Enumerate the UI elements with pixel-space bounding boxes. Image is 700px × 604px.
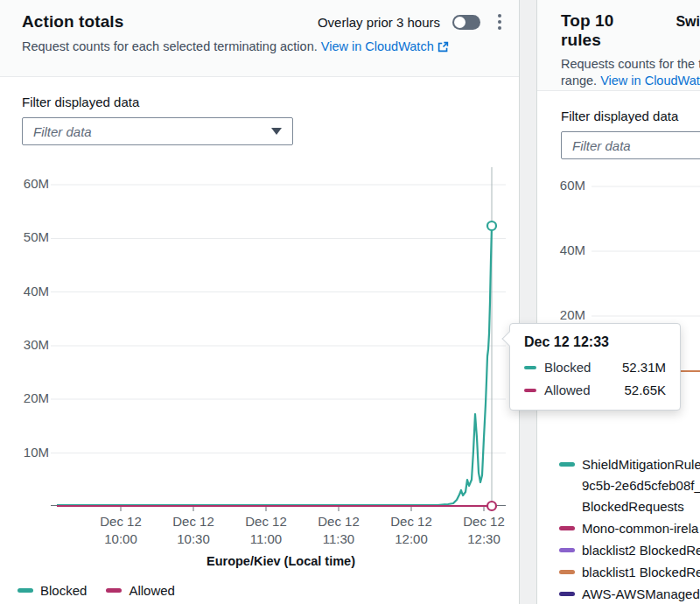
- legend-item-blacklist1[interactable]: blacklist1 BlockedRe: [559, 562, 700, 583]
- allowed-legend-dash: [106, 588, 122, 593]
- y-axis-tick: 60M: [0, 176, 49, 191]
- y-axis-tick: 40M: [0, 284, 49, 298]
- x-axis-tick: Dec 12 12:30: [449, 513, 506, 549]
- action-totals-chart[interactable]: 60M 50M 40M 30M 20M 10M Dec 12 10:00 Dec…: [0, 162, 506, 578]
- y-axis-tick: 50M: [0, 229, 49, 244]
- legend-item-blacklist2[interactable]: blacklist2 BlockedRe: [559, 540, 700, 561]
- overlay-toggle[interactable]: [452, 15, 480, 30]
- filter-placeholder: Filter data: [572, 138, 631, 153]
- series-dash: [559, 592, 575, 596]
- allowed-dash: [524, 389, 536, 392]
- filter-data-select[interactable]: Filter data: [22, 117, 293, 145]
- view-in-cloudwatch-link[interactable]: View in CloudWatch: [600, 74, 700, 88]
- y-axis-tick: 20M: [537, 307, 585, 322]
- filter-placeholder: Filter data: [33, 124, 92, 139]
- legend-item-aws-managed[interactable]: AWS-AWSManagedR: [559, 584, 700, 604]
- view-in-cloudwatch-link[interactable]: View in CloudWatch: [321, 39, 434, 53]
- y-axis-tick: 40M: [537, 242, 585, 257]
- y-axis-tick: 20M: [0, 390, 49, 405]
- series-dash: [559, 526, 575, 530]
- legend-item-shieldmitigationrule[interactable]: ShieldMitigationRule 9c5b-2e6d5cfeb08f_ …: [559, 454, 700, 517]
- chart-legend: Blocked Allowed: [18, 583, 175, 598]
- legend-item-allowed[interactable]: Allowed: [106, 583, 175, 598]
- filter-group: Filter displayed data Filter data: [561, 109, 700, 159]
- x-axis-tick: Dec 12 10:00: [86, 513, 156, 549]
- y-axis-tick: 10M: [0, 445, 49, 460]
- kebab-menu-icon[interactable]: [493, 11, 507, 32]
- chart-tooltip: Dec 12 12:33 Blocked 52.31M Allowed 52.6…: [509, 323, 681, 411]
- tooltip-row-blocked: Blocked 52.31M: [524, 360, 666, 375]
- legend-item-mono-common[interactable]: Mono-common-irela: [559, 518, 700, 539]
- x-axis-tick: Dec 12 12:00: [376, 513, 446, 549]
- x-axis-tick: Dec 12 11:00: [231, 513, 301, 549]
- panel-description: Requests counts for the ter range. View …: [561, 56, 700, 89]
- toggle-knob: [454, 17, 466, 28]
- top-10-rules-panel: Top 10 rules Swi Requests counts for the…: [536, 0, 700, 604]
- top-10-rules-header: Top 10 rules Swi Requests counts for the…: [537, 0, 700, 91]
- series-dash: [559, 570, 575, 574]
- allowed-hover-marker: [487, 502, 496, 510]
- page-title: Action totals: [22, 12, 123, 32]
- blocked-legend-dash: [18, 588, 33, 593]
- blocked-dash: [524, 366, 536, 369]
- action-totals-header: Action totals Overlay prior 3 hours Requ…: [0, 0, 519, 77]
- overlay-toggle-label: Overlay prior 3 hours: [318, 15, 440, 30]
- filter-group: Filter displayed data Filter data: [22, 95, 293, 145]
- filter-data-select[interactable]: Filter data: [561, 131, 700, 159]
- x-axis-title: Europe/Kiev (Local time): [0, 554, 506, 568]
- filter-label: Filter displayed data: [561, 109, 700, 123]
- y-axis-tick: 30M: [0, 337, 49, 352]
- chevron-down-icon: [271, 128, 282, 135]
- panel-description: Request counts for each selected termina…: [22, 39, 507, 55]
- tooltip-value: 52.31M: [622, 360, 666, 375]
- blocked-hover-marker: [487, 221, 496, 230]
- tooltip-row-allowed: Allowed 52.65K: [524, 383, 666, 397]
- rules-legend: ShieldMitigationRule 9c5b-2e6d5cfeb08f_ …: [559, 454, 700, 604]
- x-axis-tick: Dec 12 10:30: [158, 513, 228, 549]
- series-dash: [559, 548, 575, 552]
- filter-label: Filter displayed data: [22, 95, 293, 109]
- panel-title: Top 10 rules: [561, 11, 656, 50]
- header-extra-clipped: Swi: [676, 14, 700, 30]
- tooltip-value: 52.65K: [624, 383, 666, 397]
- legend-item-blocked[interactable]: Blocked: [18, 583, 87, 598]
- external-link-icon: [438, 41, 449, 53]
- y-axis-tick: 60M: [537, 178, 585, 193]
- x-axis-tick: Dec 12 11:30: [304, 513, 374, 549]
- blocked-series-line: [57, 226, 492, 505]
- series-dash: [559, 462, 575, 467]
- tooltip-title: Dec 12 12:33: [524, 334, 666, 350]
- action-totals-panel: Action totals Overlay prior 3 hours Requ…: [0, 0, 520, 604]
